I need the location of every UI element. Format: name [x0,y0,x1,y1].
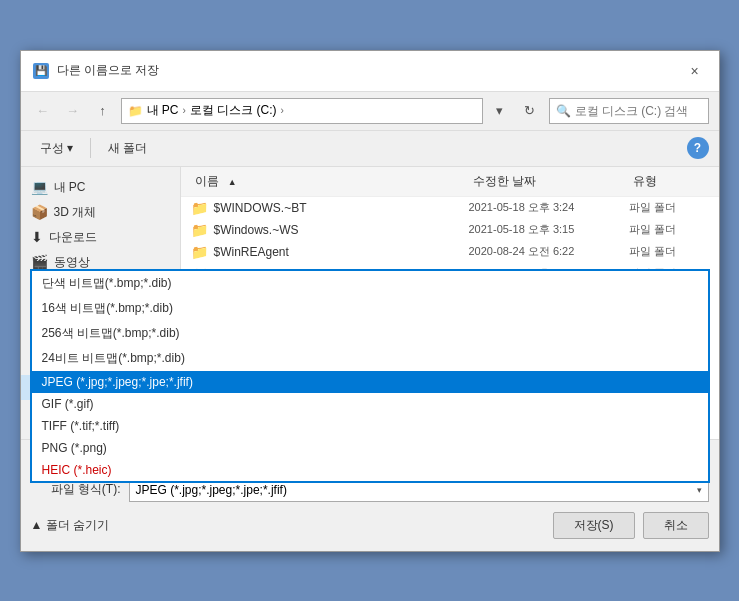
dropdown-item-7[interactable]: PNG (*.png) [32,437,708,459]
dropdown-item-8[interactable]: HEIC (*.heic) [32,459,708,481]
toggle-folder-label: ▲ 폴더 숨기기 [31,517,110,534]
help-button[interactable]: ? [687,137,709,159]
folder-icon: 📁 [191,200,208,216]
header-date[interactable]: 수정한 날짜 [469,171,629,192]
search-input[interactable] [575,104,695,118]
sidebar-item-my-pc[interactable]: 💻 내 PC [21,175,180,200]
my-pc-icon: 💻 [31,179,48,195]
title-bar: 💾 다른 이름으로 저장 × [21,51,719,92]
sidebar-item-3d[interactable]: 📦 3D 개체 [21,200,180,225]
sidebar-item-my-pc-label: 내 PC [54,179,86,196]
new-folder-button[interactable]: 새 폴더 [99,136,156,161]
organize-toolbar: 구성 ▾ 새 폴더 ? [21,131,719,167]
table-row[interactable]: 📁 $Windows.~WS 2021-05-18 오후 3:15 파일 폴더 [181,219,719,241]
up-button[interactable]: ↑ [91,99,115,123]
dropdown-arrow-icon: ▾ [697,485,702,495]
address-toolbar: ← → ↑ 📁 내 PC › 로컬 디스크 (C:) › ▾ ↻ 🔍 [21,92,719,131]
file-date: 2021-05-18 오후 3:15 [469,222,629,237]
chevron-icon2: › [281,105,284,116]
chevron-icon: › [183,105,186,116]
file-list-header: 이름 ▲ 수정한 날짜 유형 [181,167,719,197]
save-dialog: 💾 다른 이름으로 저장 × ← → ↑ 📁 내 PC › 로컬 디스크 (C:… [20,50,720,552]
dropdown-item-4[interactable]: JPEG (*.jpg;*.jpeg;*.jpe;*.jfif) [32,371,708,393]
file-type: 파일 폴더 [629,200,709,215]
close-button[interactable]: × [683,59,707,83]
file-date: 2020-08-24 오전 6:22 [469,244,629,259]
bottom-actions: ▲ 폴더 숨기기 저장(S) 취소 [31,508,709,543]
dialog-title: 다른 이름으로 저장 [57,62,683,79]
sidebar-item-downloads-label: 다운로드 [49,229,97,246]
dropdown-item-1[interactable]: 16색 비트맵(*.bmp;*.dib) [32,296,708,321]
address-dropdown-button[interactable]: ▾ [489,100,511,122]
address-part2: 로컬 디스크 (C:) [190,102,277,119]
folder-icon: 📁 [191,222,208,238]
organize-button[interactable]: 구성 ▾ [31,136,82,161]
sort-asc-icon: ▲ [224,175,241,189]
header-name[interactable]: 이름 ▲ [191,171,469,192]
toolbar-divider [90,138,91,158]
sidebar-item-3d-label: 3D 개체 [54,204,97,221]
sidebar-item-downloads[interactable]: ⬇ 다운로드 [21,225,180,250]
save-label: 저장(S) [574,518,614,532]
search-box[interactable]: 🔍 [549,98,709,124]
folder-icon: 📁 [191,244,208,260]
filetype-label: 파일 형식(T): [31,481,121,498]
bottom-wrapper: 단색 비트맵(*.bmp;*.dib) 16색 비트맵(*.bmp;*.dib)… [21,439,719,551]
refresh-button[interactable]: ↻ [517,98,543,124]
organize-label: 구성 ▾ [40,140,73,157]
filetype-value: JPEG (*.jpg;*.jpeg;*.jpe;*.jfif) [136,483,287,497]
cancel-label: 취소 [664,518,688,532]
save-button[interactable]: 저장(S) [553,512,635,539]
dialog-icon: 💾 [33,63,49,79]
address-icon: 📁 [128,104,143,118]
search-icon: 🔍 [556,104,571,118]
back-button[interactable]: ← [31,99,55,123]
table-row[interactable]: 📁 $WINDOWS.~BT 2021-05-18 오후 3:24 파일 폴더 [181,197,719,219]
dropdown-item-3[interactable]: 24비트 비트맵(*.bmp;*.dib) [32,346,708,371]
file-name-text: $WINDOWS.~BT [214,201,307,215]
file-type: 파일 폴더 [629,222,709,237]
help-label: ? [694,141,701,155]
file-type: 파일 폴더 [629,244,709,259]
filetype-dropdown-menu[interactable]: 단색 비트맵(*.bmp;*.dib) 16색 비트맵(*.bmp;*.dib)… [30,269,710,483]
dropdown-item-2[interactable]: 256색 비트맵(*.bmp;*.dib) [32,321,708,346]
downloads-icon: ⬇ [31,229,43,245]
file-name-text: $WinREAgent [214,245,289,259]
file-date: 2021-05-18 오후 3:24 [469,200,629,215]
forward-button[interactable]: → [61,99,85,123]
address-part1: 내 PC [147,102,179,119]
file-name-text: $Windows.~WS [214,223,299,237]
table-row[interactable]: 📁 $WinREAgent 2020-08-24 오전 6:22 파일 폴더 [181,241,719,263]
header-type[interactable]: 유형 [629,171,709,192]
new-folder-label: 새 폴더 [108,140,147,157]
3d-icon: 📦 [31,204,48,220]
address-bar[interactable]: 📁 내 PC › 로컬 디스크 (C:) › [121,98,483,124]
dropdown-item-0[interactable]: 단색 비트맵(*.bmp;*.dib) [32,271,708,296]
cancel-button[interactable]: 취소 [643,512,709,539]
dropdown-item-5[interactable]: GIF (*.gif) [32,393,708,415]
toggle-folder-button[interactable]: ▲ 폴더 숨기기 [31,517,110,534]
dropdown-item-6[interactable]: TIFF (*.tif;*.tiff) [32,415,708,437]
